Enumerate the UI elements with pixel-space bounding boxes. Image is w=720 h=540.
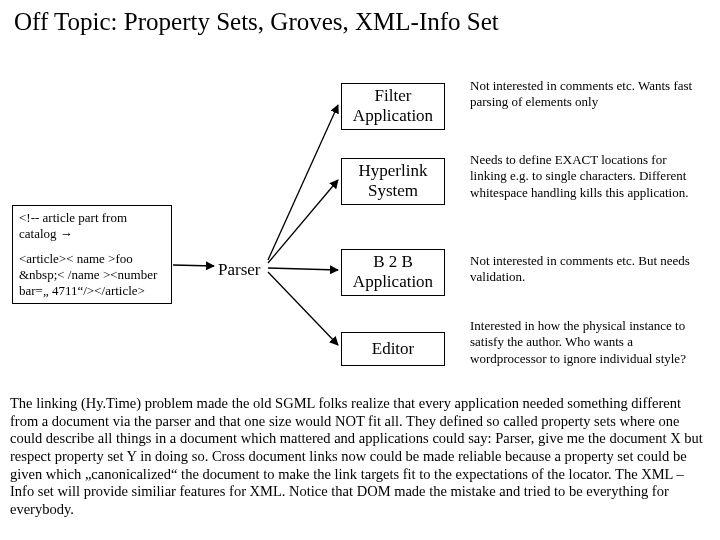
note-editor: Interested in how the physical instance … <box>470 318 706 367</box>
arrow-parser-to-b2b <box>268 268 338 270</box>
box-hyperlink-system: Hyperlink System <box>341 158 445 205</box>
arrow-parser-to-editor <box>268 272 338 345</box>
source-line-1: <!-- article part from catalog → <box>19 210 165 243</box>
source-snippet-box: <!-- article part from catalog → <articl… <box>12 205 172 304</box>
note-hyperlink: Needs to define EXACT locations for link… <box>470 152 706 201</box>
box-editor: Editor <box>341 332 445 366</box>
note-b2b: Not interested in comments etc. But need… <box>470 253 706 286</box>
source-line-2: <article>< name >foo &nbsp;< /name ><num… <box>19 251 165 300</box>
arrow-parser-to-hyperlink <box>268 180 338 263</box>
parser-label: Parser <box>218 260 260 280</box>
box-filter-application: Filter Application <box>341 83 445 130</box>
note-filter: Not interested in comments etc. Wants fa… <box>470 78 706 111</box>
arrow-parser-to-filter <box>268 105 338 260</box>
box-b2b-application: B 2 B Application <box>341 249 445 296</box>
explanatory-paragraph: The linking (Hy.Time) problem made the o… <box>10 395 710 519</box>
arrow-source-to-parser <box>173 265 214 266</box>
slide-title: Off Topic: Property Sets, Groves, XML-In… <box>14 8 499 36</box>
